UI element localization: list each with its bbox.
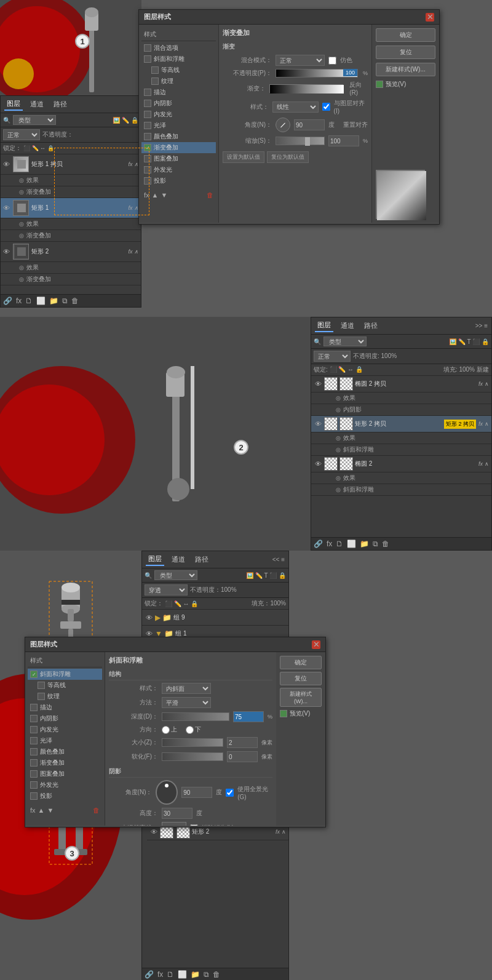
eye-icon-1[interactable]: 👁 <box>3 161 10 168</box>
shadow-checkbox[interactable] <box>144 177 151 185</box>
angle-input[interactable] <box>294 119 325 130</box>
style-outer-glow[interactable]: 外发光 <box>141 164 216 175</box>
style-inner-shadow[interactable]: 内阴影 <box>141 98 216 109</box>
style-pattern-overlay[interactable]: 图案叠加 <box>141 153 216 164</box>
bevel-checked[interactable]: ✓ <box>30 671 38 678</box>
altitude-input[interactable] <box>162 808 192 819</box>
reset-btn-1[interactable]: 复位 <box>376 46 435 59</box>
trash-icon-3[interactable]: 🗑 <box>213 970 220 979</box>
lp-group9[interactable]: 👁 ▶ 📁 组 9 <box>142 610 288 626</box>
trash-icon-2[interactable]: 🗑 <box>382 540 389 548</box>
bevel-style-select[interactable]: 内斜面 <box>162 683 211 694</box>
angle-widget-1[interactable] <box>276 118 290 132</box>
color-checkbox[interactable] <box>328 57 336 65</box>
eye-3-g1[interactable]: 👁 <box>145 630 153 637</box>
dialog-close-1[interactable]: ✕ <box>426 13 434 22</box>
style-inner-glow[interactable]: 内发光 <box>141 109 216 120</box>
bevel-emboss-item[interactable]: ✓ 斜面和浮雕 <box>28 669 102 680</box>
eye-2-2[interactable]: 👁 <box>314 420 322 428</box>
eye-icon-3[interactable]: 👁 <box>3 248 10 255</box>
bevel-contour[interactable]: 等高线 <box>28 680 102 691</box>
soften-input[interactable] <box>227 751 258 762</box>
bevel-inner-shadow[interactable]: 内阴影 <box>28 713 102 724</box>
stroke-checkbox[interactable] <box>144 89 151 96</box>
dialog-close-2[interactable]: ✕ <box>312 640 320 649</box>
bevel-new-style[interactable]: 新建样式(W)... <box>280 688 322 707</box>
ok-btn-1[interactable]: 确定 <box>376 28 435 42</box>
bevel-inner-glow[interactable]: 内发光 <box>28 724 102 735</box>
contour-checkbox[interactable] <box>151 66 159 74</box>
bevel-gradient-overlay[interactable]: 渐变叠加 <box>28 757 102 768</box>
soften-slider[interactable] <box>162 752 223 761</box>
eye-3-g9[interactable]: 👁 <box>145 614 153 621</box>
tab-layers-3[interactable]: 图层 <box>146 553 164 566</box>
folder-icon-btn-3[interactable]: 📁 <box>191 970 200 979</box>
style-texture[interactable]: 纹理 <box>141 76 216 87</box>
arrow-2-3[interactable]: ∧ <box>485 461 489 467</box>
lp-item-ellipse2copy[interactable]: 👁 椭圆 2 拷贝 fx ∧ <box>311 376 491 392</box>
global-light-check[interactable] <box>226 789 234 797</box>
style-dropdown[interactable]: 线性 <box>272 102 319 113</box>
lp-item-rect2copy[interactable]: 👁 矩形 2 拷贝 fx ∧ 矩形 2 拷贝 <box>311 416 491 432</box>
tab-paths-3[interactable]: 路径 <box>192 554 211 565</box>
fx-icon[interactable]: fx <box>16 297 22 305</box>
pattern-overlay-checkbox[interactable] <box>144 155 151 162</box>
copy-icon-3[interactable]: ⧉ <box>204 970 209 979</box>
link-icon-2[interactable]: 🔗 <box>314 540 323 548</box>
style-color-overlay[interactable]: 颜色叠加 <box>141 131 216 142</box>
lp-item-ellipse2[interactable]: 👁 椭圆 2 fx ∧ <box>311 456 491 472</box>
bevel-del-btn[interactable]: 🗑 <box>93 807 100 814</box>
mask-icon-2[interactable]: ⬜ <box>347 540 356 548</box>
bevel-down-btn[interactable]: ▼ <box>47 807 54 814</box>
texture-checkbox[interactable] <box>151 78 159 85</box>
arrow-2-1[interactable]: ∧ <box>485 381 489 387</box>
style-gradient-overlay[interactable]: ✓ 渐变叠加 <box>141 142 216 153</box>
arrow-2-2[interactable]: ∧ <box>485 421 489 427</box>
outer-glow-checkbox[interactable] <box>144 166 151 173</box>
bevel-preview-check[interactable] <box>280 710 287 717</box>
folder-icon-btn[interactable]: 📁 <box>49 297 58 305</box>
blend-mode-select-1[interactable]: 正常 <box>3 129 40 140</box>
style-mixed[interactable]: 混合选项 <box>141 42 216 54</box>
bevel-angle-input[interactable] <box>181 787 212 798</box>
style-satin[interactable]: 光泽 <box>141 120 216 131</box>
link-icon-3[interactable]: 🔗 <box>145 970 154 979</box>
satin-checkbox[interactable] <box>144 122 151 129</box>
bevel-texture[interactable]: 纹理 <box>28 691 102 702</box>
bevel-stroke[interactable]: 描边 <box>28 702 102 713</box>
eye-icon-2[interactable]: 👁 <box>3 204 10 212</box>
style-add-btn[interactable]: fx <box>144 191 149 199</box>
bevel-satin[interactable]: 光泽 <box>28 735 102 746</box>
new-style-btn-1[interactable]: 新建样式(W)... <box>376 63 435 76</box>
gloss-contour-picker[interactable] <box>162 822 186 826</box>
style-shadow[interactable]: 投影 <box>141 175 216 186</box>
bevel-method-select[interactable]: 平滑 <box>162 697 211 708</box>
bevel-ok-btn[interactable]: 确定 <box>280 656 322 669</box>
tab-channels-3[interactable]: 通道 <box>169 554 188 565</box>
link-icon[interactable]: 🔗 <box>3 297 12 305</box>
scale-slider[interactable] <box>276 137 325 145</box>
panel-menu-2[interactable]: >> ≡ <box>475 322 488 329</box>
bevel-shadow[interactable]: 投影 <box>28 791 102 802</box>
set-default-btn-1[interactable]: 设置为默认值 <box>223 151 264 163</box>
bevel-reset-btn[interactable]: 复位 <box>280 672 322 685</box>
opacity-slider[interactable]: 100 <box>276 69 358 78</box>
bevel-checkbox[interactable] <box>144 55 151 63</box>
arrow-3-10[interactable]: ∧ <box>282 829 286 835</box>
bevel-angle-widget[interactable] <box>156 780 178 805</box>
layer-item-2[interactable]: 👁 矩形 1 fx ∧ <box>1 198 141 218</box>
bevel-pattern[interactable]: 图案叠加 <box>28 768 102 779</box>
trash-icon[interactable]: 🗑 <box>71 297 79 305</box>
scale-input[interactable] <box>328 135 359 146</box>
new-layer-icon[interactable]: 🗋 <box>25 297 33 305</box>
eye-3-10[interactable]: 👁 <box>149 828 158 835</box>
tab-layers-1[interactable]: 图层 <box>4 98 23 111</box>
size-input[interactable] <box>227 737 258 748</box>
bevel-add-btn[interactable]: fx <box>30 807 36 814</box>
size-slider[interactable] <box>162 738 223 747</box>
color-overlay-checkbox[interactable] <box>144 133 151 140</box>
style-del-btn[interactable]: 🗑 <box>207 191 213 199</box>
preview-checkbox-1[interactable] <box>376 81 383 88</box>
style-contour[interactable]: 等高线 <box>141 65 216 76</box>
bevel-outer-glow[interactable]: 外发光 <box>28 779 102 791</box>
